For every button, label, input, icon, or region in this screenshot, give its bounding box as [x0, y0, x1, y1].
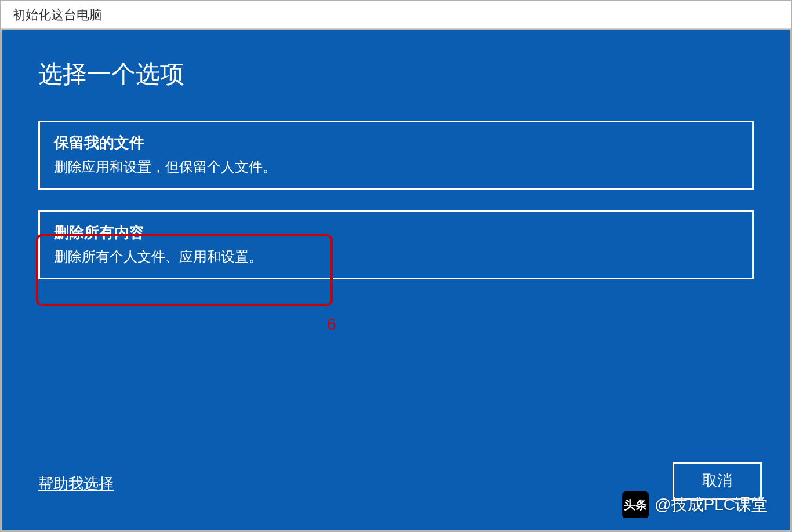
inner-content: 选择一个选项 保留我的文件 删除应用和设置，但保留个人文件。 删除所有内容 删除… — [2, 30, 790, 530]
titlebar: 初始化这台电脑 — [1, 1, 791, 29]
option-keep-files[interactable]: 保留我的文件 删除应用和设置，但保留个人文件。 — [38, 121, 754, 190]
option-remove-everything-description: 删除所有个人文件、应用和设置。 — [54, 247, 738, 266]
help-link[interactable]: 帮助我选择 — [38, 473, 114, 494]
dialog-window: 初始化这台电脑 选择一个选项 保留我的文件 删除应用和设置，但保留个人文件。 删… — [0, 0, 792, 532]
window-title: 初始化这台电脑 — [13, 6, 102, 24]
option-remove-everything-title: 删除所有内容 — [54, 223, 738, 243]
option-remove-everything[interactable]: 删除所有内容 删除所有个人文件、应用和设置。 — [38, 210, 754, 279]
page-heading: 选择一个选项 — [38, 58, 754, 90]
watermark-icon: 头条 — [622, 491, 649, 518]
content-area: 选择一个选项 保留我的文件 删除应用和设置，但保留个人文件。 删除所有内容 删除… — [1, 29, 791, 531]
option-keep-files-description: 删除应用和设置，但保留个人文件。 — [54, 158, 738, 176]
cancel-button[interactable]: 取消 — [673, 462, 762, 500]
annotation-number: 6 — [327, 315, 336, 334]
option-keep-files-title: 保留我的文件 — [54, 133, 738, 153]
